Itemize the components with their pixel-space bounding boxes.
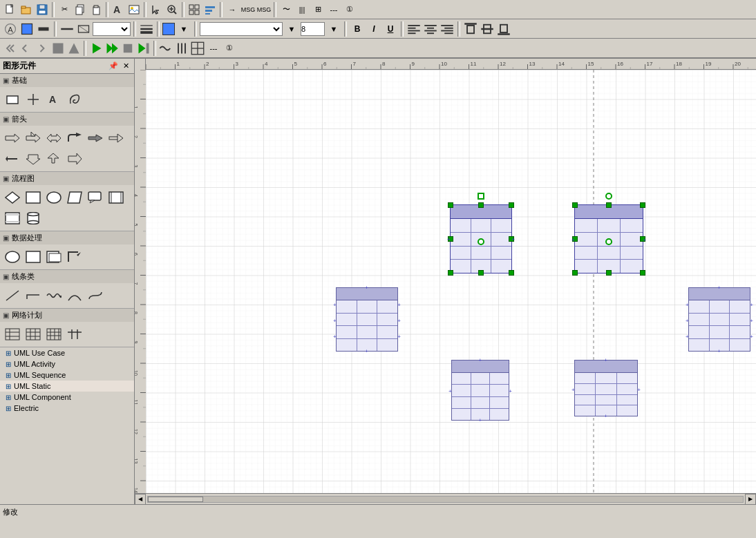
tool-para-fc[interactable] xyxy=(65,188,84,207)
drawing-canvas[interactable]: + + xyxy=(146,70,756,493)
section-arrow-header[interactable]: ▣ 箭头 xyxy=(0,113,134,126)
italic-button[interactable]: I xyxy=(366,21,381,37)
tool-arrow-r2[interactable] xyxy=(106,128,126,148)
handle-br-1[interactable] xyxy=(509,270,514,276)
align-right-btn[interactable] xyxy=(440,21,455,37)
tool-arrow-back[interactable] xyxy=(3,149,22,169)
line-thickness-btn[interactable] xyxy=(139,21,154,37)
conn-mid-2[interactable] xyxy=(605,238,612,245)
canvas-area[interactable]: 123456789101112131415161718192021 123456… xyxy=(135,59,756,504)
fill-style-btn[interactable] xyxy=(76,21,91,37)
uml-shape-1[interactable]: + + xyxy=(450,204,512,273)
dash-btn[interactable]: --- xyxy=(326,2,341,17)
tool-arrow-block[interactable] xyxy=(86,128,105,148)
nav-btn1[interactable] xyxy=(3,41,18,56)
sidebar-item-uml-activity[interactable]: ⊞ UML Activity xyxy=(0,358,134,369)
conn-top-2[interactable] xyxy=(605,193,612,200)
nav-btn4[interactable] xyxy=(50,41,66,56)
size-dropdown[interactable]: ▼ xyxy=(326,21,341,37)
sidebar-item-uml-component[interactable]: ⊞ UML Component xyxy=(0,392,134,403)
uml-shape-4[interactable]: + + + + xyxy=(451,360,509,421)
valign-bot-btn[interactable] xyxy=(496,21,511,37)
tool-line-s[interactable] xyxy=(86,286,105,305)
h-scrollbar-thumb[interactable] xyxy=(148,497,203,502)
tool-arrow-r[interactable] xyxy=(3,128,22,148)
tool-diamond[interactable] xyxy=(3,188,22,207)
tool-net2[interactable] xyxy=(23,325,43,344)
tool-arrow-right2[interactable] xyxy=(65,149,84,169)
sidebar-pin-btn[interactable]: 📌 xyxy=(108,61,119,72)
sidebar-item-electric[interactable]: ⊞ Electric xyxy=(0,403,134,414)
tool-arrow-fork[interactable] xyxy=(23,128,43,148)
vbar-btn[interactable]: ||| xyxy=(294,2,310,17)
line-style-btn[interactable] xyxy=(59,21,75,37)
valign-mid-btn[interactable] xyxy=(480,21,495,37)
handle-tc-2[interactable] xyxy=(606,202,612,208)
tool-net1[interactable] xyxy=(3,325,22,344)
play-btn[interactable] xyxy=(88,41,104,56)
tool-arrow-up-l[interactable] xyxy=(44,149,64,169)
tool-net4[interactable] xyxy=(65,325,84,344)
line-color-btn[interactable] xyxy=(36,21,51,37)
stop-btn[interactable] xyxy=(120,41,135,56)
sidebar-item-uml-static[interactable]: ⊞ UML Static xyxy=(0,381,134,392)
vlines-btn[interactable] xyxy=(174,41,189,56)
handle-bc-1[interactable] xyxy=(478,270,484,276)
h-scrollbar-track[interactable] xyxy=(147,496,744,503)
font-size-input[interactable]: 8 xyxy=(301,22,325,36)
section-basic-header[interactable]: ▣ 基础 xyxy=(0,74,134,87)
tool-line-right[interactable] xyxy=(23,286,43,305)
canvas-scroll[interactable]: 12345678910111213141516 xyxy=(135,70,756,493)
font-color-btn[interactable]: A xyxy=(3,21,18,37)
scroll-right-btn[interactable]: ▶ xyxy=(745,494,756,505)
align-center-btn[interactable] xyxy=(423,21,438,37)
wave-btn[interactable]: 〜 xyxy=(278,2,294,17)
font-family-select[interactable]: Arial xyxy=(200,22,283,36)
msg-btn1[interactable]: MSG xyxy=(240,2,256,17)
scroll-left-btn[interactable]: ◀ xyxy=(135,494,146,505)
zoom-select[interactable]: 100% xyxy=(93,22,131,36)
copy-button[interactable] xyxy=(73,2,88,17)
handle-tr-2[interactable] xyxy=(640,202,645,208)
msg-btn2[interactable]: MSG xyxy=(256,2,272,17)
tool-callout-fc[interactable] xyxy=(86,188,105,207)
new-button[interactable] xyxy=(3,2,18,17)
arrow-right-btn[interactable]: → xyxy=(225,2,240,17)
circle-btn[interactable]: ① xyxy=(342,2,357,17)
select-button[interactable] xyxy=(149,2,164,17)
tool-text[interactable]: A xyxy=(44,90,64,109)
font-dropdown[interactable]: ▼ xyxy=(284,21,299,37)
handle-tr-1[interactable] xyxy=(509,202,514,208)
conn-top-1[interactable] xyxy=(478,193,484,200)
tool-rect2-fc[interactable] xyxy=(106,188,126,207)
wave-diag-btn[interactable] xyxy=(158,41,173,56)
cut-button[interactable]: ✂ xyxy=(57,2,72,17)
paste-button[interactable] xyxy=(88,2,104,17)
handle-tl-2[interactable] xyxy=(572,202,578,208)
tool-lasso[interactable] xyxy=(65,90,84,109)
group-button[interactable] xyxy=(187,2,202,17)
h-scrollbar[interactable]: ◀ ▶ xyxy=(135,493,756,504)
handle-tl-1[interactable] xyxy=(448,202,453,208)
align-button[interactable] xyxy=(202,2,218,17)
tool-cross[interactable] xyxy=(23,90,43,109)
text-format-button[interactable]: A xyxy=(111,2,126,17)
tool-line-diag[interactable] xyxy=(3,286,22,305)
handle-br-2[interactable] xyxy=(640,270,645,276)
conn-mid-1[interactable] xyxy=(478,238,484,245)
tool-arrow-down[interactable] xyxy=(23,149,43,169)
uml-shape-6[interactable]: + + + + + + + + xyxy=(688,287,750,352)
handle-bl-2[interactable] xyxy=(572,270,578,276)
stop-fwd-btn[interactable] xyxy=(136,41,151,56)
tool-rect2-data[interactable] xyxy=(44,247,64,267)
tool-arrow-both[interactable] xyxy=(44,128,64,148)
section-network-header[interactable]: ▣ 网络计划 xyxy=(0,309,134,322)
tool-arrow-bend[interactable] xyxy=(65,128,84,148)
bold-button[interactable]: B xyxy=(350,21,365,37)
nav-btn2[interactable] xyxy=(19,41,34,56)
tool-corner-data[interactable] xyxy=(65,247,84,267)
sidebar-item-uml-usecase[interactable]: ⊞ UML Use Case xyxy=(0,347,134,358)
num-btn[interactable]: ① xyxy=(222,41,237,56)
nav-btn5[interactable] xyxy=(66,41,82,56)
align-left-btn[interactable] xyxy=(406,21,422,37)
